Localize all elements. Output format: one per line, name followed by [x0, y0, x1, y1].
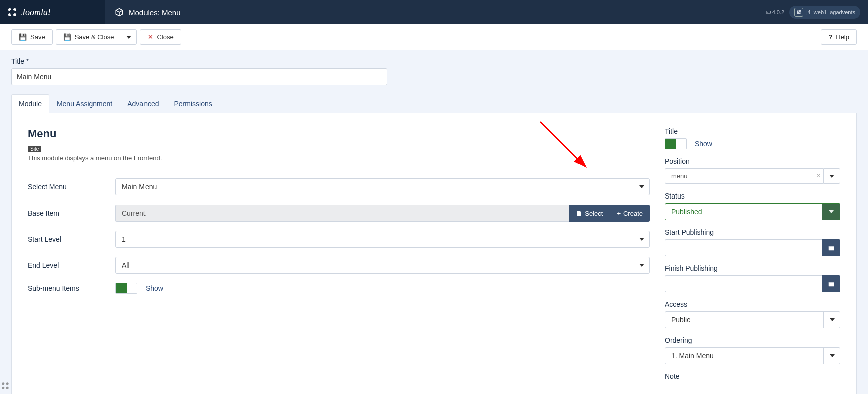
label-status: Status	[665, 192, 840, 200]
page-title-text: Modules: Menu	[129, 8, 181, 17]
close-button[interactable]: ✕ Close	[140, 29, 181, 45]
label-select-menu: Select Menu	[28, 183, 115, 191]
plus-icon: +	[617, 210, 621, 217]
file-icon	[576, 210, 582, 216]
help-button[interactable]: ? Help	[821, 29, 857, 45]
chevron-down-icon[interactable]	[633, 257, 650, 274]
status-dropdown[interactable]	[822, 203, 840, 220]
page-heading: Modules: Menu	[115, 8, 181, 17]
position-select[interactable]: menu ×	[665, 168, 823, 184]
title-toggle[interactable]	[665, 138, 687, 149]
cube-icon	[115, 8, 124, 17]
tab-menu-assignment[interactable]: Menu Assignment	[49, 94, 120, 113]
brand-text: Joomla!	[21, 7, 51, 18]
label-position: Position	[665, 157, 840, 165]
label-start-pub: Start Publishing	[665, 228, 840, 236]
clear-icon[interactable]: ×	[817, 172, 820, 179]
external-icon	[794, 8, 803, 17]
label-base-item: Base Item	[28, 209, 115, 217]
base-item-value: Current	[115, 205, 569, 222]
svg-point-7	[2, 382, 4, 385]
chevron-down-icon[interactable]	[633, 231, 650, 248]
help-icon: ?	[828, 33, 832, 41]
version-tag: 🏷 4.0.2	[765, 9, 785, 15]
chevron-down-icon[interactable]	[823, 311, 840, 328]
sub-menu-toggle-text: Show	[146, 284, 163, 292]
module-desc: This module displays a menu on the Front…	[28, 154, 650, 162]
joomla-corner-icon	[0, 381, 10, 391]
label-ordering: Ordering	[665, 336, 840, 344]
brand-area[interactable]: Joomla!	[0, 0, 105, 24]
tab-permissions[interactable]: Permissions	[167, 94, 220, 113]
module-heading: Menu	[28, 127, 650, 140]
svg-rect-5	[829, 282, 834, 286]
svg-point-10	[6, 387, 9, 389]
access-select[interactable]: Public	[665, 311, 840, 328]
base-select-button[interactable]: Select	[569, 205, 610, 222]
label-start-level: Start Level	[28, 235, 115, 243]
action-toolbar: 💾 Save 💾 Save & Close ✕ Close ? Help	[0, 24, 868, 50]
calendar-button[interactable]	[822, 275, 840, 292]
label-side-title: Title	[665, 127, 840, 135]
finish-pub-input[interactable]	[665, 275, 822, 292]
chevron-down-icon	[126, 36, 131, 39]
panel-module: Menu Site This module displays a menu on…	[11, 113, 857, 394]
save-icon: 💾	[19, 33, 27, 41]
save-close-button[interactable]: 💾 Save & Close	[56, 29, 121, 45]
chevron-down-icon	[829, 210, 834, 213]
select-menu[interactable]: Main Menu	[115, 178, 650, 195]
ordering-select[interactable]: 1. Main Menu	[665, 347, 840, 364]
title-toggle-text: Show	[695, 140, 712, 148]
svg-rect-4	[829, 246, 834, 250]
close-icon: ✕	[148, 33, 153, 41]
status-select[interactable]: Published	[665, 203, 822, 220]
calendar-icon	[828, 280, 835, 287]
calendar-icon	[828, 244, 835, 251]
chevron-down-icon	[829, 175, 834, 178]
save-close-group: 💾 Save & Close	[56, 29, 137, 45]
user-menu[interactable]: j4_web1_agadvents	[789, 6, 860, 19]
end-level-select[interactable]: All	[115, 257, 650, 274]
top-right: 🏷 4.0.2 j4_web1_agadvents	[765, 6, 860, 19]
tabs: Module Menu Assignment Advanced Permissi…	[11, 94, 857, 113]
tab-module[interactable]: Module	[11, 94, 49, 113]
title-label: Title	[11, 57, 857, 65]
save-button[interactable]: 💾 Save	[11, 29, 53, 45]
calendar-button[interactable]	[822, 239, 840, 256]
chevron-down-icon[interactable]	[823, 347, 840, 364]
topbar: Joomla! Modules: Menu 🏷 4.0.2 j4_web1_ag…	[0, 0, 868, 24]
svg-point-8	[6, 382, 9, 385]
label-note: Note	[665, 372, 840, 380]
position-dropdown[interactable]	[823, 168, 840, 184]
save-icon: 💾	[63, 33, 71, 41]
start-pub-input[interactable]	[665, 239, 822, 256]
label-finish-pub: Finish Publishing	[665, 264, 840, 272]
title-input[interactable]	[11, 68, 387, 85]
label-end-level: End Level	[28, 261, 115, 269]
base-create-button[interactable]: + Create	[610, 205, 650, 222]
client-badge: Site	[28, 146, 41, 152]
tab-advanced[interactable]: Advanced	[120, 94, 166, 113]
label-access: Access	[665, 300, 840, 308]
label-sub-menu: Sub-menu Items	[28, 284, 115, 292]
joomla-icon	[6, 6, 18, 18]
page-body: Title Module Menu Assignment Advanced Pe…	[0, 50, 868, 394]
sub-menu-toggle[interactable]	[115, 283, 137, 294]
module-settings: Menu Site This module displays a menu on…	[28, 127, 650, 383]
svg-point-9	[2, 387, 4, 389]
publish-settings: Title Show Position menu × Statu	[665, 127, 840, 383]
chevron-down-icon[interactable]	[633, 178, 650, 195]
start-level-select[interactable]: 1	[115, 231, 650, 248]
save-dropdown-button[interactable]	[121, 29, 137, 45]
user-name: j4_web1_agadvents	[806, 9, 855, 15]
